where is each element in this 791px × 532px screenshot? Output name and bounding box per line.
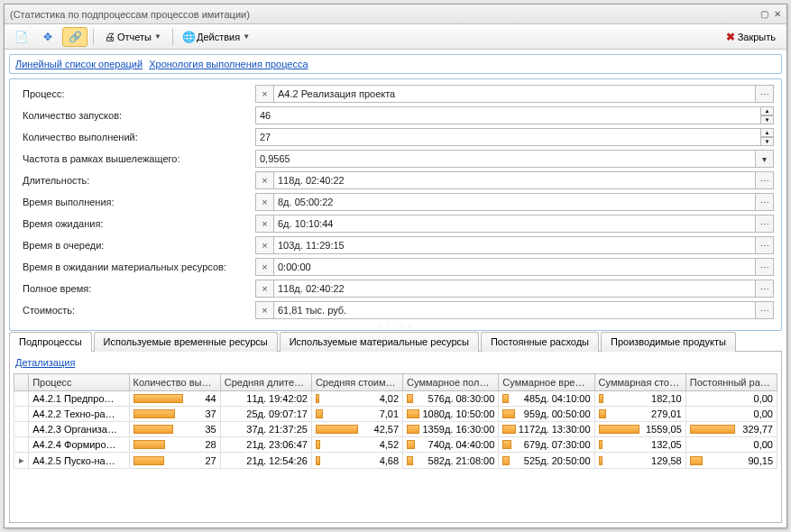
reports-button[interactable]: 🖨 Отчеты ▼ <box>97 27 167 47</box>
cell-sum-time: 959д. 00:50:00 <box>499 407 594 422</box>
full-time-field[interactable] <box>273 280 756 298</box>
chronology-link[interactable]: Хронология выполнения процесса <box>149 59 308 69</box>
col-exec-count[interactable]: Количество вып… <box>129 374 220 391</box>
cell-value: 28 <box>205 439 216 450</box>
frequency-field[interactable] <box>255 150 756 168</box>
spin-up-icon[interactable]: ▲ <box>761 128 774 137</box>
wait-time-field[interactable] <box>273 215 756 233</box>
close-label: Закрыть <box>738 32 776 42</box>
title-bar: (Статистика по подпроцессам процессов им… <box>5 5 786 24</box>
arrows-icon: ✥ <box>41 30 55 44</box>
lookup-button[interactable]: ⋯ <box>756 171 774 189</box>
close-button[interactable]: ✖ Закрыть <box>718 27 781 47</box>
row-marker <box>14 407 29 422</box>
cell-sum-time: 1172д. 13:30:00 <box>499 422 594 437</box>
spinner[interactable]: ▲▼ <box>761 128 774 146</box>
link-button[interactable]: 🔗 <box>62 27 87 47</box>
tab-products[interactable]: Производимые продукты <box>601 332 736 352</box>
bar-indicator <box>316 456 320 465</box>
col-avg-dur[interactable]: Средняя длите… <box>220 374 311 391</box>
splitter-handle[interactable]: · · · · · <box>17 323 774 328</box>
table-row[interactable]: ▸А4.2.5 Пуско-на…2721д. 12:54:264,68582д… <box>14 453 777 469</box>
cost-field[interactable] <box>273 301 756 319</box>
table-row[interactable]: А4.2.1 Предпро…4411д. 19:42:024,02576д. … <box>14 391 777 407</box>
cell-avg-cost: 4,52 <box>311 437 402 453</box>
tab-subprocesses[interactable]: Подпроцессы <box>9 332 92 352</box>
bar-indicator <box>407 409 419 418</box>
data-grid[interactable]: Процесс Количество вып… Средняя длите… С… <box>14 373 777 469</box>
duration-field[interactable] <box>273 171 756 189</box>
col-sum-time[interactable]: Суммарное врем… <box>499 374 594 391</box>
header-row: Процесс Количество вып… Средняя длите… С… <box>14 374 777 391</box>
spin-up-icon[interactable]: ▲ <box>761 106 774 115</box>
cell-sum-time: 485д. 04:10:00 <box>499 391 594 407</box>
cell-value: 582д. 21:08:00 <box>428 455 495 466</box>
clear-button[interactable]: × <box>255 301 273 319</box>
cell-value: 132,05 <box>651 439 682 450</box>
toolbar-separator <box>93 29 94 45</box>
tab-fixed-costs[interactable]: Постоянные расходы <box>481 332 599 352</box>
new-button[interactable]: 📄 <box>8 27 33 47</box>
spin-down-icon[interactable]: ▼ <box>761 137 774 146</box>
clear-button[interactable]: × <box>255 85 273 103</box>
col-const-exp[interactable]: Постоянный рас… <box>685 374 777 391</box>
minimize-icon[interactable]: ▢ <box>760 9 768 19</box>
process-field[interactable] <box>273 85 756 103</box>
lookup-button[interactable]: ⋯ <box>756 193 774 211</box>
cell-sum-cost: 279,01 <box>594 407 685 422</box>
bar-indicator <box>407 425 419 434</box>
spin-down-icon[interactable]: ▼ <box>761 115 774 124</box>
bar-indicator <box>133 456 164 465</box>
linear-list-link[interactable]: Линейный список операций <box>15 59 143 69</box>
row-marker <box>14 437 29 453</box>
lookup-button[interactable]: ⋯ <box>756 236 774 254</box>
lookup-button[interactable]: ⋯ <box>756 258 774 276</box>
mat-wait-field[interactable] <box>273 258 756 276</box>
lookup-button[interactable]: ⋯ <box>756 215 774 233</box>
row-marker-header <box>14 374 29 391</box>
main-window: (Статистика по подпроцессам процессов им… <box>4 4 787 528</box>
cell-value: 4,02 <box>380 393 399 404</box>
table-row[interactable]: А4.2.3 Организа…3537д. 21:37:2542,571359… <box>14 422 777 437</box>
tab-time-resources[interactable]: Используемые временные ресурсы <box>94 332 278 352</box>
cell-const-exp: 0,00 <box>685 391 777 407</box>
executions-field[interactable] <box>255 128 761 146</box>
col-sum-cost[interactable]: Суммарная стои… <box>594 374 685 391</box>
bar-indicator <box>599 440 602 449</box>
chevron-down-icon: ▼ <box>243 32 250 41</box>
table-row[interactable]: А4.2.4 Формиро…2821д. 23:06:474,52740д. … <box>14 437 777 453</box>
clear-button[interactable]: × <box>255 236 273 254</box>
col-process[interactable]: Процесс <box>29 374 129 391</box>
tab-material-resources[interactable]: Используемые материальные ресурсы <box>280 332 479 352</box>
clear-button[interactable]: × <box>255 258 273 276</box>
table-row[interactable]: А4.2.2 Техно-ра…3725д. 09:07:177,011080д… <box>14 407 777 422</box>
cell-count: 27 <box>129 453 220 469</box>
cell-value: 37 <box>205 408 216 419</box>
full-time-label: Полное время: <box>17 283 255 294</box>
lookup-button[interactable]: ⋯ <box>756 301 774 319</box>
clear-button[interactable]: × <box>255 280 273 298</box>
spinner[interactable]: ▲▼ <box>761 106 774 124</box>
cell-value: 1080д. 10:50:00 <box>422 408 494 419</box>
lookup-button[interactable]: ⋯ <box>756 280 774 298</box>
toolbar: 📄 ✥ 🔗 🖨 Отчеты ▼ 🌐 Действия ▼ ✖ Закрыть <box>5 24 786 50</box>
link-icon: 🔗 <box>68 30 82 44</box>
clear-button[interactable]: × <box>255 215 273 233</box>
col-avg-cost[interactable]: Средняя стоимо… <box>311 374 402 391</box>
clear-button[interactable]: × <box>255 193 273 211</box>
cell-value: 576д. 08:30:00 <box>428 393 495 404</box>
actions-button[interactable]: 🌐 Действия ▼ <box>177 27 255 47</box>
lookup-button[interactable]: ⋯ <box>756 85 774 103</box>
cell-value: 129,58 <box>651 455 682 466</box>
cell-value: 27 <box>205 455 216 466</box>
clear-button[interactable]: × <box>255 171 273 189</box>
launches-field[interactable] <box>255 106 761 124</box>
dropdown-button[interactable]: ▾ <box>756 150 774 168</box>
exec-time-field[interactable] <box>273 193 756 211</box>
close-window-icon[interactable]: ✕ <box>774 9 781 19</box>
detail-link[interactable]: Детализация <box>15 357 75 368</box>
col-sum-full[interactable]: Суммарное полн… <box>403 374 499 391</box>
queue-time-field[interactable] <box>273 236 756 254</box>
window-title: (Статистика по подпроцессам процессов им… <box>10 9 755 20</box>
expand-button[interactable]: ✥ <box>35 27 60 47</box>
